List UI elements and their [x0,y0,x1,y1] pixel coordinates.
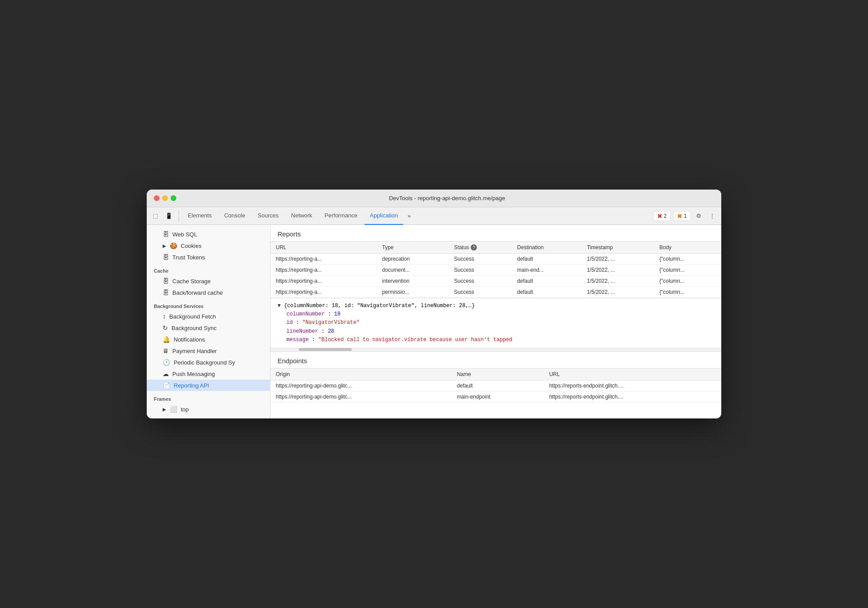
reports-title: Reports [270,225,721,241]
table-row[interactable]: https://reporting-api-demo.glitc... defa… [270,380,721,391]
sidebar-item-bg-sync-label: Background Sync [171,325,217,331]
key-id: id [286,319,293,326]
status-help: Status ? [454,244,477,251]
sidebar-item-bf-cache[interactable]: 🗄 Back/forward cache [147,287,270,298]
cell-type: deprecation [377,254,449,265]
periodic-bg-icon: 🕐 [163,359,170,366]
push-messaging-icon: ☁ [163,370,169,377]
cursor-icon: ⬚ [153,213,158,219]
tab-performance[interactable]: Performance [319,207,362,225]
settings-button[interactable]: ⚙ [693,211,704,221]
key-line-number: lineNumber [286,328,318,334]
cell-type: document... [377,265,449,276]
cell-url: https://reporting-a... [270,276,377,287]
scroll-thumb-horizontal[interactable] [299,348,352,351]
cell-status: Success [449,265,512,276]
val-id: "NavigatorVibrate" [302,319,360,326]
detail-line-1: columnNumber : 18 [278,310,714,319]
title-bar: DevTools - reporting-api-demo.glitch.me/… [147,190,721,207]
sidebar-item-push-messaging[interactable]: ☁ Push Messaging [147,368,270,380]
sidebar-item-periodic-bg-label: Periodic Background Sy [174,359,235,366]
close-button[interactable] [154,195,160,201]
frames-section-label: Frames [147,391,270,403]
col-destination: Destination [512,242,582,254]
endpoints-section: Endpoints Origin Name URL https://report… [270,352,721,418]
payment-handler-icon: 🖥 [163,347,169,354]
warning-icon: ✖ [677,213,682,220]
sidebar-item-cache-storage-label: Cache Storage [172,278,211,285]
error-badge[interactable]: ✖ 2 [653,211,671,221]
bg-sync-icon: ↻ [163,324,168,331]
warning-badge[interactable]: ✖ 1 [673,211,691,221]
more-tabs-button[interactable]: » [405,211,413,221]
val-message: "Blocked call to navigator.vibrate becau… [318,337,512,343]
cell-status: Success [449,254,512,265]
cell-url: https://reporting-a... [270,254,377,265]
traffic-lights [154,195,176,201]
tab-application[interactable]: Application [365,207,404,225]
table-row[interactable]: https://reporting-a... document... Succe… [270,265,721,276]
cell-timestamp: 1/5/2022, ... [582,265,654,276]
sidebar-item-cookies[interactable]: ▶ 🍪 Cookies [147,240,270,251]
warning-count: 1 [684,213,687,219]
main-panel: Reports URL Type Status ? [270,225,721,418]
detail-expand-line[interactable]: ▼ {columnNumber: 18, id: "NavigatorVibra… [278,302,714,310]
sidebar-item-websql[interactable]: 🗄 Web SQL [147,228,270,240]
sidebar-item-bg-sync[interactable]: ↻ Background Sync [147,322,270,334]
cell-url: https://reporting-a... [270,265,377,276]
bf-cache-icon: 🗄 [163,289,169,296]
websql-icon: 🗄 [163,231,169,238]
sidebar-item-bg-fetch[interactable]: ↕ Background Fetch [147,311,270,322]
cell-body: {"column... [654,287,721,298]
cache-section-label: Cache [147,263,270,275]
table-row[interactable]: https://reporting-a... intervention Succ… [270,276,721,287]
col-timestamp: Timestamp [582,242,654,254]
maximize-button[interactable] [171,195,176,201]
table-row[interactable]: https://reporting-a... permissio... Succ… [270,287,721,298]
sidebar-item-payment-handler-label: Payment Handler [172,348,217,354]
cell-url: https://reporting-a... [270,287,377,298]
sidebar-item-reporting-api-label: Reporting API [174,382,209,389]
col-type: Type [377,242,449,254]
detail-line-3: lineNumber : 28 [278,327,714,336]
device-tool[interactable]: 📱 [163,211,175,221]
minimize-button[interactable] [162,195,168,201]
more-options-button[interactable]: ⋮ [707,211,718,221]
error-count: 2 [664,213,667,219]
detail-line-2: id : "NavigatorVibrate" [278,319,714,327]
reports-table: URL Type Status ? Destination Timestamp … [270,241,721,298]
tab-sources[interactable]: Sources [252,207,284,225]
sidebar-item-frames-top[interactable]: ▶ ⬜ top [147,403,270,415]
sidebar-item-cache-storage[interactable]: 🗄 Cache Storage [147,275,270,287]
sidebar-item-reporting-api[interactable]: 📄 Reporting API [147,380,270,391]
key-column-number: columnNumber [286,311,324,317]
col-name: Name [452,368,544,380]
tab-console[interactable]: Console [219,207,251,225]
cell-destination: main-end... [512,265,582,276]
table-row[interactable]: https://reporting-a... deprecation Succe… [270,254,721,265]
main-content: 🗄 Web SQL ▶ 🍪 Cookies 🗄 Trust Tokens Cac… [147,225,721,418]
tab-elements[interactable]: Elements [183,207,217,225]
toolbar: ⬚ 📱 Elements Console Sources Network Per… [147,207,721,225]
cursor-tool[interactable]: ⬚ [150,211,161,221]
sidebar-item-notifications[interactable]: 🔔 Notifications [147,334,270,345]
horizontal-scrollbar[interactable] [270,348,721,352]
window-title: DevTools - reporting-api-demo.glitch.me/… [180,195,714,201]
tab-network[interactable]: Network [286,207,318,225]
cookies-icon: 🍪 [170,242,177,249]
detail-expand-text: {columnNumber: 18, id: "NavigatorVibrate… [284,303,475,309]
sidebar-item-trust-tokens[interactable]: 🗄 Trust Tokens [147,251,270,263]
trust-tokens-icon: 🗄 [163,254,169,261]
toolbar-right: ✖ 2 ✖ 1 ⚙ ⋮ [653,211,718,221]
val-line-number: 28 [328,328,334,334]
sidebar-item-payment-handler[interactable]: 🖥 Payment Handler [147,345,270,357]
status-help-icon[interactable]: ? [471,244,477,251]
sidebar-item-periodic-bg[interactable]: 🕐 Periodic Background Sy [147,357,270,368]
cell-timestamp: 1/5/2022, ... [582,254,654,265]
cell-status: Success [449,287,512,298]
endpoints-table: Origin Name URL https://reporting-api-de… [270,368,721,403]
cell-status: Success [449,276,512,287]
sidebar-item-bg-fetch-label: Background Fetch [169,313,216,320]
table-row[interactable]: https://reporting-api-demo.glitc... main… [270,391,721,402]
sidebar-item-push-messaging-label: Push Messaging [172,371,215,377]
